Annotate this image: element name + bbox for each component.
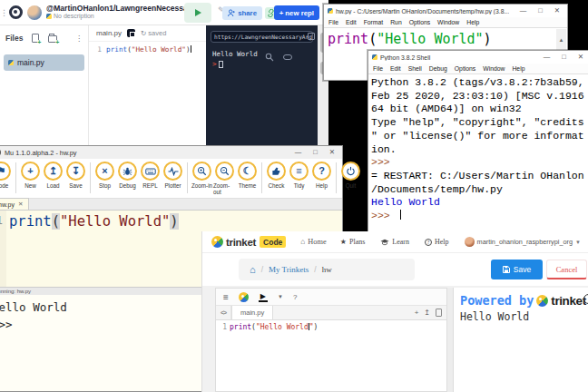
zoom-in-button[interactable]: Zoom-in: [191, 162, 213, 189]
idle-editor-titlebar[interactable]: hw.py - C:/Users/Martin OHanlon/Document…: [324, 5, 567, 17]
run-dropdown-icon[interactable]: ▼: [278, 294, 283, 299]
webview-url-bar[interactable]: https://LawngreenNecessaryArgun: [211, 31, 313, 43]
replit-logo-icon[interactable]: [9, 5, 23, 19]
menu-window[interactable]: Window: [483, 65, 505, 72]
avatar[interactable]: [27, 5, 42, 20]
help-button[interactable]: ?: [293, 293, 297, 301]
avatar: [465, 237, 475, 247]
theme-button[interactable]: ☾ Theme: [236, 162, 259, 189]
new-button[interactable]: + New: [19, 162, 42, 189]
panel-divider[interactable]: [447, 288, 454, 392]
run-button[interactable]: ▶: [259, 291, 268, 302]
nav-label: Help: [435, 238, 449, 246]
user-menu[interactable]: martin_ohanlon_raspberrypi_org ▼: [465, 237, 581, 247]
idle-editor-code[interactable]: print("Hello World"): [324, 28, 567, 50]
menu-format[interactable]: Format: [364, 19, 384, 25]
menu-help[interactable]: Help: [512, 65, 524, 72]
menu-help[interactable]: Help: [466, 19, 479, 25]
close-tab-icon[interactable]: ✕: [18, 201, 23, 208]
help-button[interactable]: ? Help: [310, 162, 333, 189]
quit-button[interactable]: Quit: [339, 162, 362, 189]
editor-tab[interactable]: main.py: [231, 306, 273, 319]
button-label: New: [24, 182, 36, 189]
hamburger-menu-icon[interactable]: ≡: [223, 292, 229, 302]
home-icon[interactable]: ⌂: [250, 264, 256, 275]
minimize-icon[interactable]: —: [520, 7, 527, 15]
menu-options[interactable]: Options: [455, 65, 475, 72]
replit-console[interactable]: https://LawngreenNecessaryArgun Hello Wo…: [206, 25, 318, 147]
menu-window[interactable]: Window: [437, 19, 459, 25]
minimize-icon[interactable]: —: [544, 54, 551, 61]
menu-file[interactable]: File: [328, 19, 338, 25]
plotter-button[interactable]: Plotter: [162, 162, 184, 189]
tidy-button[interactable]: ≡ Tidy: [288, 162, 310, 189]
editor-tab[interactable]: main.py: [96, 29, 122, 37]
new-repl-button[interactable]: + new repl: [274, 5, 319, 20]
stop-button[interactable]: × Stop: [93, 162, 116, 189]
code-keyword: print: [328, 31, 368, 47]
upload-icon[interactable]: ↥: [424, 309, 430, 317]
console-toggle-icon[interactable]: [283, 54, 292, 60]
close-icon[interactable]: ✕: [554, 7, 560, 15]
close-icon[interactable]: ✕: [329, 149, 335, 156]
open-external-icon[interactable]: [308, 33, 315, 40]
close-icon[interactable]: ✕: [578, 54, 583, 61]
prompt-text: >>>: [371, 210, 397, 221]
mode-button[interactable]: ⚑ Mode: [0, 162, 13, 189]
replit-window: ⋮ @MartinOHanlon1/LawngreenNecessaryA No…: [0, 0, 328, 147]
zoom-out-button[interactable]: Zoom-out: [213, 162, 236, 195]
mu-titlebar[interactable]: Mu 1.1.0.alpha.2 - hw.py — □ ✕: [0, 146, 342, 159]
trinket-brand[interactable]: trinket: [551, 294, 585, 308]
editor-tab[interactable]: hw.py ✕: [0, 198, 29, 210]
maximize-icon[interactable]: □: [538, 7, 543, 15]
nav-learn[interactable]: Learn: [380, 238, 409, 246]
replit-editor[interactable]: main.py ↻ saved 1 print("Hello World"): [89, 25, 206, 147]
run-button[interactable]: [184, 3, 211, 23]
scroll-up-arrow-icon[interactable]: ▲: [559, 37, 564, 43]
save-button[interactable]: Save: [491, 260, 543, 279]
new-folder-icon[interactable]: [48, 35, 57, 43]
load-button[interactable]: ↥ Load: [42, 162, 64, 189]
nav-label: Learn: [392, 238, 409, 246]
file-item-main-py[interactable]: main.py: [4, 54, 84, 71]
menu-icon[interactable]: ⋮: [0, 8, 7, 17]
check-button[interactable]: Check: [265, 162, 288, 189]
save-button[interactable]: ↧ Save: [64, 162, 87, 189]
nav-plans[interactable]: ★ Plans: [340, 238, 366, 246]
menu-shell[interactable]: Shell: [408, 65, 422, 72]
code-brackets-icon[interactable]: <>: [216, 306, 231, 319]
maximize-icon[interactable]: □: [562, 54, 566, 61]
button-label: REPL: [142, 182, 157, 189]
repl-button[interactable]: REPL: [139, 162, 162, 189]
page-icon[interactable]: [436, 309, 442, 317]
nav-help[interactable]: ? Help: [425, 238, 449, 246]
minimize-icon[interactable]: —: [295, 149, 302, 156]
files-kebab-icon[interactable]: ⋮: [75, 34, 83, 43]
search-icon[interactable]: [265, 53, 274, 62]
nav-home[interactable]: ⌂ Home: [300, 238, 326, 246]
breadcrumb-my-trinkets[interactable]: My Trinkets: [269, 265, 309, 274]
shell-output[interactable]: Python 3.8.2 (tags/v3.8.2:7b3ab59, Feb 2…: [368, 74, 588, 225]
menu-debug[interactable]: Debug: [429, 65, 447, 72]
new-file-icon[interactable]: [32, 34, 39, 43]
debug-button[interactable]: Debug: [116, 162, 139, 189]
cancel-button[interactable]: Cancel: [546, 260, 587, 279]
webview-url: https://LawngreenNecessaryArgun: [214, 34, 313, 40]
menu-file[interactable]: File: [373, 65, 383, 72]
menu-edit[interactable]: Edit: [390, 65, 401, 72]
trinket-logo-icon[interactable]: [211, 236, 223, 248]
menu-run[interactable]: Run: [390, 19, 401, 25]
files-header: Files ⋮: [0, 29, 88, 47]
maximize-icon[interactable]: □: [313, 149, 318, 156]
share-button[interactable]: share: [222, 6, 262, 20]
info-circle-icon[interactable]: [583, 294, 588, 304]
window-title: hw.py - C:/Users/Martin OHanlon/Document…: [336, 8, 514, 15]
add-file-icon[interactable]: +: [415, 309, 419, 317]
console-icons: [265, 53, 292, 62]
trinket-module-icon[interactable]: [239, 292, 249, 302]
trinket-brand[interactable]: trinket: [226, 237, 256, 248]
trinket-code-editor[interactable]: 1 print("Hello World"): [216, 320, 446, 331]
menu-options[interactable]: Options: [409, 19, 430, 25]
shell-titlebar[interactable]: Python 3.8.2 Shell — □ ✕: [368, 51, 588, 64]
menu-edit[interactable]: Edit: [346, 19, 357, 25]
